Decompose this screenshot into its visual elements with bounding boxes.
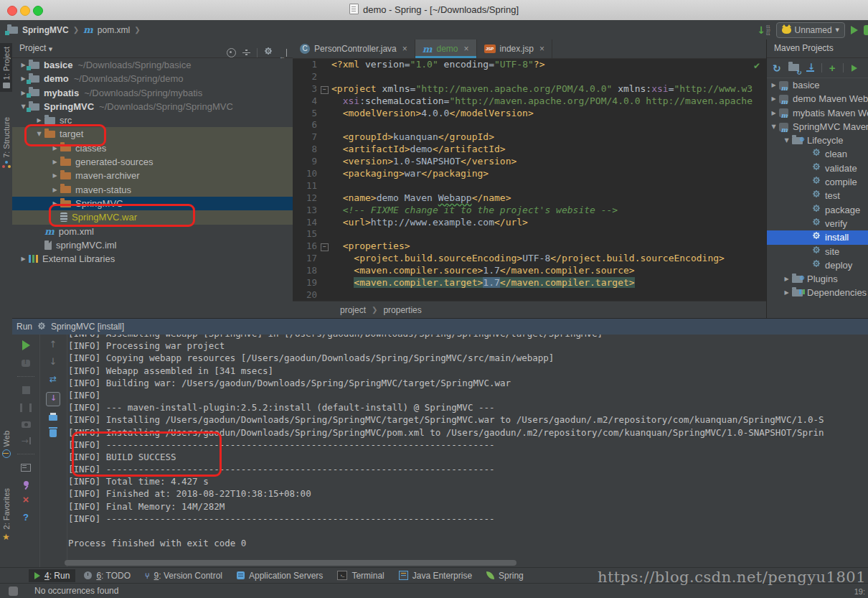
- chevron-collapsed-icon[interactable]: ▶: [768, 106, 779, 120]
- stripe-web-tab[interactable]: Web: [0, 431, 12, 458]
- pin-tab-button[interactable]: [24, 481, 29, 486]
- stripe-favorites-tab[interactable]: 2: Favorites ★: [0, 488, 12, 542]
- maven-tree-row-plugins[interactable]: ▶Plugins: [767, 272, 868, 286]
- project-tree-row-maven-status[interactable]: ▶maven-status: [12, 183, 293, 197]
- project-tree-row-springmvc[interactable]: ▶SpringMVC: [12, 197, 293, 210]
- thread-dump-button[interactable]: [22, 421, 31, 428]
- maven-tree-row-verify[interactable]: verify: [767, 217, 868, 230]
- scroll-from-source-icon[interactable]: [242, 49, 250, 57]
- code-line-14[interactable]: 14 <url>http://www.example.com</url>: [293, 217, 766, 229]
- chevron-expanded-icon[interactable]: ▼: [781, 134, 792, 147]
- fold-icon[interactable]: −: [321, 86, 329, 94]
- toolwindow-tab-spring[interactable]: Spring: [481, 569, 529, 582]
- chevron-collapsed-icon[interactable]: ▶: [768, 92, 779, 106]
- tab-index-jsp[interactable]: JSP index.jsp×: [477, 39, 552, 58]
- toolwindow-tab-terminal[interactable]: ›_Terminal: [331, 569, 390, 582]
- rerun-button[interactable]: [22, 340, 30, 350]
- close-button[interactable]: ×: [23, 495, 29, 504]
- next-message-button[interactable]: ↓: [49, 358, 57, 366]
- code-line-8[interactable]: 8 <artifactId>demo</artifactId>: [293, 144, 766, 156]
- rerun-failed-icon[interactable]: [22, 360, 30, 367]
- stripe-structure-tab[interactable]: 7: Structure: [0, 117, 12, 167]
- code-line-12[interactable]: 12 <name>demo Maven Webapp</name>: [293, 192, 766, 205]
- code-line-3[interactable]: 3−<project xmlns="http://maven.apache.or…: [293, 83, 766, 95]
- maven-tree-row-site[interactable]: site: [767, 245, 868, 258]
- code-line-4[interactable]: 4 xsi:schemaLocation="http://maven.apach…: [293, 95, 766, 108]
- project-tree-row-springmvc-iml[interactable]: springMVC.iml: [12, 238, 293, 252]
- help-button[interactable]: ?: [23, 513, 29, 522]
- chevron-collapsed-icon[interactable]: ▶: [49, 141, 60, 155]
- maven-tree-row-install[interactable]: install: [767, 230, 868, 244]
- code-line-5[interactable]: 5 <modelVersion>4.0.0</modelVersion>: [293, 108, 766, 120]
- chevron-collapsed-icon[interactable]: ▶: [49, 197, 60, 210]
- chevron-collapsed-icon[interactable]: ▶: [49, 183, 60, 197]
- project-tree-row-maven-archiver[interactable]: ▶maven-archiver: [12, 169, 293, 182]
- project-tree-row-generated-sources[interactable]: ▶generated-sources: [12, 155, 293, 169]
- code-line-2[interactable]: 2: [293, 71, 766, 83]
- project-tree-row-classes[interactable]: ▶classes: [12, 141, 293, 155]
- code-line-19[interactable]: 19 <maven.compiler.target>1.7</maven.com…: [293, 277, 766, 289]
- pause-output-button[interactable]: [20, 403, 32, 412]
- caret-position[interactable]: 19:: [854, 587, 865, 596]
- breadcrumb-project[interactable]: SpringMVC: [22, 25, 69, 35]
- project-tree-row-springmvc-war[interactable]: SpringMVC.war: [12, 210, 293, 224]
- locate-file-icon[interactable]: [227, 48, 236, 57]
- run-configuration-select[interactable]: Unnamed ▼: [776, 22, 845, 38]
- project-tree-row-springmvc[interactable]: ▼SpringMVC~/Downloads/Spring/SpringMVC: [12, 100, 293, 113]
- code-line-10[interactable]: 10 <packaging>war</packaging>: [293, 168, 766, 180]
- chevron-down-icon[interactable]: ▼: [49, 47, 52, 52]
- chevron-collapsed-icon[interactable]: ▶: [34, 113, 44, 127]
- print-button[interactable]: [49, 415, 57, 421]
- fold-icon[interactable]: −: [321, 243, 329, 251]
- chevron-collapsed-icon[interactable]: ▶: [49, 155, 60, 169]
- code-line-15[interactable]: 15: [293, 228, 766, 240]
- code-line-13[interactable]: 13 <!-- FIXME change it to the project's…: [293, 205, 766, 217]
- maven-tree-row-validate[interactable]: validate: [767, 162, 868, 175]
- breadcrumb-file[interactable]: pom.xml: [98, 25, 130, 35]
- chevron-expanded-icon[interactable]: ▼: [34, 127, 44, 141]
- tab-demo-pom[interactable]: m demo×: [415, 39, 477, 58]
- soft-wrap-button[interactable]: ⇄: [49, 375, 57, 383]
- background-tasks-icon[interactable]: [9, 587, 18, 596]
- maven-tree-row-demo-maven-webapp[interactable]: ▶demo Maven Webapp: [767, 92, 868, 106]
- stop-button[interactable]: [22, 386, 30, 394]
- debug-button[interactable]: [864, 25, 868, 35]
- code-line-1[interactable]: 1<?xml version="1.0" encoding="UTF-8"?>: [293, 59, 766, 71]
- console-horizontal-scrollbar[interactable]: [65, 560, 516, 566]
- close-icon[interactable]: ×: [539, 44, 544, 54]
- code-line-11[interactable]: 11: [293, 180, 766, 192]
- project-tree-row-pom-xml[interactable]: mpom.xml: [12, 225, 293, 238]
- maven-tree-row-lifecycle[interactable]: ▼Lifecycle: [767, 134, 868, 147]
- maven-tree-row-deploy[interactable]: deploy: [767, 258, 868, 272]
- chevron-collapsed-icon[interactable]: ▶: [781, 272, 792, 286]
- chevron-collapsed-icon[interactable]: ▶: [768, 78, 779, 92]
- chevron-collapsed-icon[interactable]: ▶: [18, 252, 29, 266]
- close-icon[interactable]: ×: [402, 44, 407, 54]
- stripe-project-tab[interactable]: 1: Project: [0, 43, 12, 92]
- project-tree-row-basice[interactable]: ▶basice~/Downloads/Spring/basice: [12, 58, 293, 72]
- prev-message-button[interactable]: ↑: [49, 340, 57, 349]
- project-tree-row-mybatis[interactable]: ▶mybatis~/Downloads/Spring/mybatis: [12, 86, 293, 100]
- toolwindow-tab-java-enterprise[interactable]: Java Enterprise: [393, 569, 478, 582]
- code-line-18[interactable]: 18 <maven.compiler.source>1.7</maven.com…: [293, 265, 766, 277]
- code-line-17[interactable]: 17 <project.build.sourceEncoding>UTF-8</…: [293, 253, 766, 265]
- project-tree-row-target[interactable]: ▼target: [12, 127, 293, 141]
- tab-personcontroller-java[interactable]: C PersonController.java×: [293, 39, 415, 58]
- reimport-maven-icon[interactable]: ↻: [773, 62, 781, 74]
- code-line-7[interactable]: 7 <groupId>kuanquan</groupId>: [293, 131, 766, 144]
- generate-sources-icon[interactable]: ↻: [788, 63, 799, 73]
- inspections-ok-icon[interactable]: ✔: [753, 61, 760, 71]
- code-editor[interactable]: 1<?xml version="1.0" encoding="UTF-8"?>2…: [293, 59, 766, 301]
- hide-panel-icon[interactable]: [279, 49, 287, 57]
- maven-tree-row-mybatis-maven-webapp[interactable]: ▶mybatis Maven Webapp: [767, 106, 868, 120]
- maven-tree-row-package[interactable]: package: [767, 203, 868, 217]
- breadcrumb-project-tag[interactable]: project: [340, 305, 366, 315]
- toolwindow-tab-9-version-control[interactable]: ⑂9: Version Control: [139, 569, 228, 582]
- maven-tree-row-compile[interactable]: compile: [767, 175, 868, 189]
- code-line-6[interactable]: 6: [293, 119, 766, 131]
- run-maven-goal-icon[interactable]: [852, 65, 857, 72]
- scroll-to-end-button[interactable]: [46, 392, 60, 406]
- maven-tree-row-dependencies[interactable]: ▶Dependencies: [767, 286, 868, 299]
- layout-settings-button[interactable]: [21, 464, 31, 472]
- toolwindow-tab-4-run[interactable]: 4: Run: [29, 569, 75, 582]
